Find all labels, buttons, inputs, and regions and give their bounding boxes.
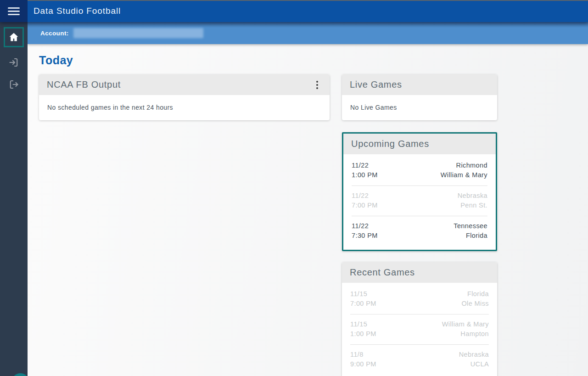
home-team: Ole Miss bbox=[461, 299, 489, 309]
hamburger-icon bbox=[8, 7, 20, 15]
live-games-card: Live Games No Live Games bbox=[342, 74, 497, 120]
recent-games-card: Recent Games 11/15 7:00 PM Florida Ole M… bbox=[342, 262, 497, 376]
away-team: Nebraska bbox=[459, 350, 489, 359]
home-icon bbox=[8, 32, 19, 43]
kebab-menu-icon[interactable] bbox=[313, 78, 322, 92]
home-team: Hampton bbox=[442, 329, 489, 339]
game-row[interactable]: 11/22 7:30 PM Tennessee Florida bbox=[352, 216, 487, 246]
away-team: Florida bbox=[461, 289, 489, 299]
right-column: Live Games No Live Games Upcoming Games … bbox=[342, 74, 497, 376]
app-bar: Data Studio Football bbox=[0, 0, 588, 22]
live-games-title: Live Games bbox=[350, 79, 402, 90]
game-date: 11/15 bbox=[350, 320, 376, 329]
game-date: 11/15 bbox=[350, 289, 376, 299]
sidebar bbox=[0, 22, 28, 376]
output-card-title: NCAA FB Output bbox=[47, 79, 121, 90]
game-time: 1:00 PM bbox=[352, 170, 378, 180]
away-team: Nebraska bbox=[458, 191, 487, 201]
away-team: William & Mary bbox=[442, 320, 489, 329]
home-team: William & Mary bbox=[441, 170, 487, 180]
live-games-header: Live Games bbox=[342, 74, 497, 95]
output-card-header: NCAA FB Output bbox=[39, 74, 330, 95]
game-date: 11/22 bbox=[352, 221, 378, 231]
sidebar-item-sign-out[interactable] bbox=[0, 76, 28, 93]
sign-out-icon bbox=[8, 79, 19, 90]
away-team: Richmond bbox=[441, 161, 487, 170]
floating-action-button-partial[interactable] bbox=[11, 373, 29, 376]
game-row[interactable]: 11/8 9:00 PM Nebraska UCLA bbox=[350, 345, 489, 375]
game-time: 9:00 PM bbox=[350, 359, 376, 369]
app-title: Data Studio Football bbox=[34, 6, 121, 16]
game-time: 1:00 PM bbox=[350, 329, 376, 339]
output-empty-message: No scheduled games in the next 24 hours bbox=[39, 95, 330, 120]
upcoming-games-card[interactable]: Upcoming Games 11/22 1:00 PM Richmond Wi… bbox=[342, 132, 497, 251]
game-row[interactable]: 11/22 7:00 PM Nebraska Penn St. bbox=[352, 186, 487, 216]
hamburger-menu-button[interactable] bbox=[0, 0, 28, 22]
sidebar-item-sign-in[interactable] bbox=[0, 54, 28, 71]
app-window: Data Studio Football Account: bbox=[0, 0, 588, 376]
game-date: 11/22 bbox=[352, 191, 378, 201]
upcoming-games-title: Upcoming Games bbox=[351, 139, 429, 149]
recent-games-header: Recent Games bbox=[342, 262, 497, 283]
game-row[interactable]: 11/15 1:00 PM William & Mary Hampton bbox=[350, 314, 489, 345]
sidebar-item-home[interactable] bbox=[4, 27, 24, 47]
game-time: 7:00 PM bbox=[352, 201, 378, 210]
window-top-edge bbox=[28, 0, 588, 1]
upcoming-games-list: 11/22 1:00 PM Richmond William & Mary 11… bbox=[343, 154, 496, 250]
account-name-redacted bbox=[73, 28, 203, 38]
account-label: Account: bbox=[40, 30, 69, 37]
recent-games-list: 11/15 7:00 PM Florida Ole Miss 11/15 bbox=[342, 283, 497, 376]
home-team: Florida bbox=[454, 231, 487, 241]
sign-in-icon bbox=[8, 57, 19, 68]
game-date: 11/8 bbox=[350, 350, 376, 359]
main-content: Today NCAA FB Output No scheduled games … bbox=[28, 44, 588, 376]
game-row[interactable]: 11/15 7:00 PM Florida Ole Miss bbox=[350, 284, 489, 314]
home-team: UCLA bbox=[459, 359, 489, 369]
output-card: NCAA FB Output No scheduled games in the… bbox=[39, 74, 330, 120]
live-games-empty-message: No Live Games bbox=[342, 95, 497, 120]
upcoming-games-header: Upcoming Games bbox=[343, 134, 496, 154]
page-title: Today bbox=[39, 54, 588, 67]
game-date: 11/22 bbox=[352, 161, 378, 170]
recent-games-title: Recent Games bbox=[350, 267, 415, 278]
away-team: Tennessee bbox=[454, 221, 487, 231]
home-team: Penn St. bbox=[458, 201, 487, 210]
game-time: 7:30 PM bbox=[352, 231, 378, 241]
game-time: 7:00 PM bbox=[350, 299, 376, 309]
game-row[interactable]: 11/22 1:00 PM Richmond William & Mary bbox=[352, 156, 487, 186]
account-bar: Account: bbox=[28, 22, 588, 44]
